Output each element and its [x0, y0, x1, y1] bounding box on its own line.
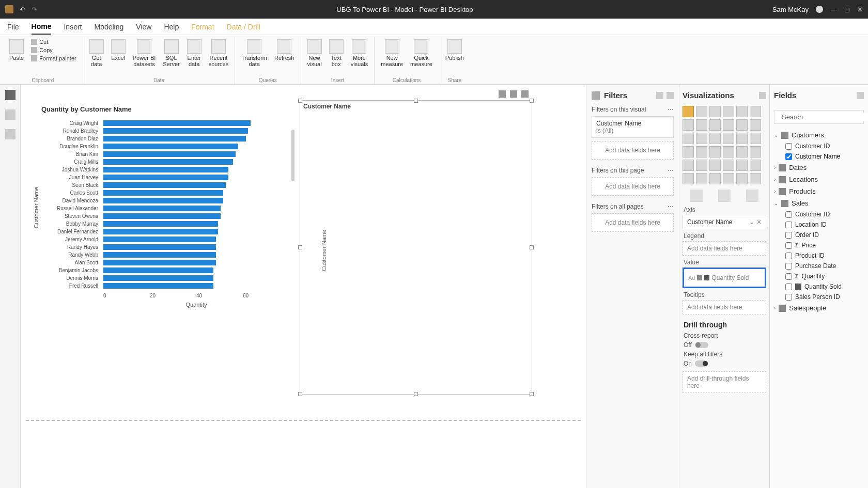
report-view-icon[interactable]: [5, 90, 16, 100]
viz-type-icon[interactable]: [736, 106, 748, 117]
resize-handle[interactable]: [530, 392, 534, 396]
viz-type-icon[interactable]: [709, 133, 721, 144]
legend-well[interactable]: Add data fields here: [683, 241, 766, 256]
field-checkbox[interactable]: [785, 211, 792, 218]
bar[interactable]: [103, 267, 213, 273]
new-measure-button[interactable]: New measure: [378, 37, 406, 69]
bar[interactable]: [103, 229, 218, 234]
viz-type-icon[interactable]: [696, 106, 707, 117]
tab-file[interactable]: File: [7, 20, 19, 34]
resize-handle[interactable]: [530, 99, 534, 103]
bar[interactable]: [103, 237, 216, 242]
value-well[interactable]: Ad Quantity Sold: [683, 267, 766, 288]
fields-tab-icon[interactable]: [690, 190, 703, 202]
resize-handle[interactable]: [414, 99, 418, 103]
model-view-icon[interactable]: [5, 129, 16, 139]
transform-data-button[interactable]: Transform data: [238, 37, 270, 69]
viz-type-icon[interactable]: [683, 106, 694, 117]
bar[interactable]: [103, 151, 236, 157]
viz-type-icon[interactable]: [709, 173, 721, 184]
paste-button[interactable]: Paste: [6, 37, 27, 63]
get-data-button[interactable]: Get data: [86, 37, 107, 69]
field-checkbox[interactable]: [785, 273, 792, 280]
viz-type-icon[interactable]: [736, 146, 748, 158]
cross-report-toggle[interactable]: [695, 342, 708, 348]
field-node[interactable]: Purchase Date: [774, 261, 864, 271]
publish-button[interactable]: Publish: [442, 37, 467, 63]
bar[interactable]: [103, 213, 221, 219]
show-hide-icon[interactable]: [656, 92, 663, 99]
more-options-icon[interactable]: [521, 90, 529, 98]
table-node[interactable]: ⌄Sales: [774, 197, 864, 209]
resize-handle[interactable]: [414, 392, 418, 396]
user-name[interactable]: Sam McKay: [772, 6, 809, 13]
viz-type-icon[interactable]: [683, 146, 694, 158]
format-tab-icon[interactable]: [718, 190, 731, 202]
field-node[interactable]: Sales Person ID: [774, 292, 864, 302]
viz-type-icon[interactable]: [736, 173, 748, 184]
bar[interactable]: [103, 144, 238, 149]
viz-type-icon[interactable]: [723, 133, 734, 144]
bar[interactable]: [103, 260, 216, 265]
viz-type-icon[interactable]: [683, 160, 694, 171]
section-more-icon[interactable]: ⋯: [668, 167, 674, 174]
tooltips-well[interactable]: Add data fields here: [683, 300, 766, 314]
field-checkbox[interactable]: [785, 242, 792, 249]
viz-type-icon[interactable]: [723, 106, 734, 117]
viz-type-icon[interactable]: [736, 160, 748, 171]
resize-handle[interactable]: [298, 99, 302, 103]
viz-type-icon[interactable]: [723, 173, 734, 184]
viz-type-icon[interactable]: [683, 133, 694, 144]
field-checkbox[interactable]: [785, 263, 792, 270]
field-checkbox[interactable]: [785, 143, 792, 150]
search-input[interactable]: [782, 113, 868, 121]
bar[interactable]: [103, 190, 223, 196]
new-visual-button[interactable]: New visual: [304, 37, 325, 69]
viz-type-icon[interactable]: [723, 160, 734, 171]
filter-icon[interactable]: [499, 90, 506, 98]
redo-icon[interactable]: ↷: [32, 6, 37, 13]
field-node[interactable]: Product ID: [774, 250, 864, 261]
viz-type-icon[interactable]: [736, 119, 748, 131]
minimize-icon[interactable]: —: [830, 6, 837, 13]
resize-handle[interactable]: [530, 245, 534, 249]
sql-server-button[interactable]: SQL Server: [160, 37, 182, 69]
tab-modeling[interactable]: Modeling: [94, 20, 123, 34]
chevron-down-icon[interactable]: ⌄: [749, 218, 754, 226]
bar[interactable]: [103, 198, 223, 203]
viz-type-icon[interactable]: [723, 146, 734, 158]
cut-button[interactable]: Cut: [30, 38, 78, 45]
focus-icon[interactable]: [510, 90, 517, 98]
undo-icon[interactable]: ↶: [20, 6, 25, 13]
tab-home[interactable]: Home: [32, 19, 52, 35]
field-node[interactable]: Customer ID: [774, 209, 864, 219]
enter-data-button[interactable]: Enter data: [184, 37, 205, 69]
field-checkbox[interactable]: [785, 294, 792, 301]
collapse-icon[interactable]: [857, 92, 864, 99]
drill-through-well[interactable]: Add drill-through fields here: [683, 371, 766, 393]
field-node[interactable]: ΣPrice: [774, 240, 864, 250]
section-more-icon[interactable]: ⋯: [668, 203, 674, 210]
filter-drop-zone[interactable]: Add data fields here: [592, 213, 674, 232]
chart-scrollbar[interactable]: [291, 130, 295, 181]
field-checkbox[interactable]: [785, 253, 792, 259]
field-node[interactable]: Customer Name: [774, 151, 864, 162]
bar[interactable]: [103, 244, 216, 250]
viz-type-icon[interactable]: [709, 106, 721, 117]
viz-type-icon[interactable]: [696, 160, 707, 171]
analytics-tab-icon[interactable]: [746, 190, 758, 202]
viz-type-icon[interactable]: [696, 146, 707, 158]
axis-well[interactable]: Customer Name ⌄ ✕: [683, 215, 766, 229]
bar[interactable]: [103, 159, 233, 165]
report-canvas[interactable]: Quantity by Customer Name Customer Name …: [21, 85, 586, 488]
empty-visual[interactable]: Customer Name Customer Name: [300, 100, 532, 395]
text-box-button[interactable]: Text box: [326, 37, 347, 69]
field-node[interactable]: Order ID: [774, 230, 864, 240]
viz-type-icon[interactable]: [696, 173, 707, 184]
data-view-icon[interactable]: [5, 109, 16, 120]
filter-card[interactable]: Customer Name is (All): [592, 116, 674, 138]
bar[interactable]: [103, 206, 221, 211]
tab-help[interactable]: Help: [164, 20, 179, 34]
fields-search[interactable]: [774, 110, 864, 124]
field-checkbox[interactable]: [785, 222, 792, 228]
